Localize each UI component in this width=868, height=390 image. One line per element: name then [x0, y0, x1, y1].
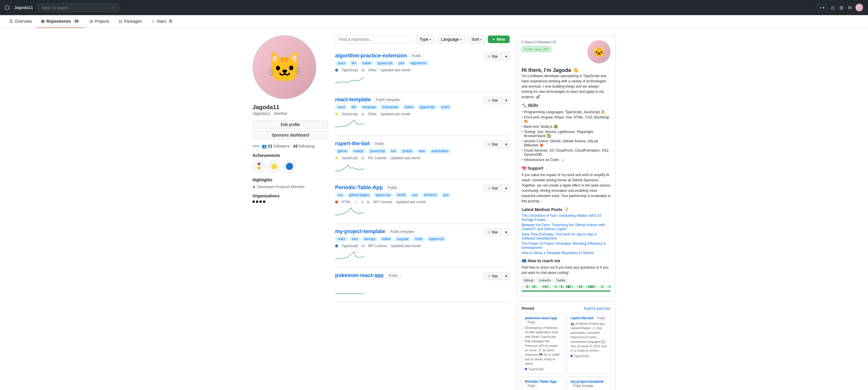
- pinned-repo-name[interactable]: my-project-template: [570, 380, 604, 384]
- star-dropdown-button[interactable]: ▾: [503, 184, 509, 192]
- star-button[interactable]: ☆ Star: [484, 184, 502, 192]
- new-repository-button[interactable]: + New: [488, 35, 509, 43]
- repo-tag[interactable]: react: [335, 236, 348, 242]
- star-dropdown-button[interactable]: ▾: [503, 229, 509, 236]
- sort-dropdown-button[interactable]: Sort ▾: [468, 35, 486, 43]
- repo-tag[interactable]: vue: [409, 192, 420, 198]
- repo-tag[interactable]: typescript: [427, 236, 446, 242]
- lang-dot-icon: [570, 355, 573, 357]
- repo-tag[interactable]: algorithms: [408, 61, 429, 66]
- type-dropdown-button[interactable]: Type ▾: [416, 35, 435, 43]
- org-icon-2[interactable]: [256, 201, 258, 203]
- repo-tag[interactable]: typescript: [375, 61, 395, 66]
- sponsors-dashboard-button[interactable]: Sponsors dashboard: [252, 131, 328, 139]
- edit-profile-button[interactable]: Edit profile: [252, 120, 328, 129]
- repo-tag[interactable]: nodejs: [351, 148, 366, 154]
- tab-projects[interactable]: ⊟ Projects: [85, 16, 114, 28]
- repo-tag[interactable]: react: [335, 104, 348, 110]
- notifications-icon[interactable]: ✉: [847, 4, 853, 12]
- repo-tag[interactable]: github-pages: [347, 192, 371, 198]
- medium-link[interactable]: The Power of Project Templates: Boosting…: [522, 242, 611, 250]
- star-button[interactable]: ☆ Star: [484, 53, 502, 60]
- followers-count[interactable]: 21: [268, 144, 273, 148]
- repo-tag[interactable]: react: [335, 61, 348, 66]
- repo-tag[interactable]: aws: [416, 148, 427, 154]
- achievement-badge-3[interactable]: 🔵: [283, 160, 296, 173]
- repo-tag[interactable]: automation: [429, 148, 451, 154]
- github-social-badge[interactable]: GitHub: [522, 278, 535, 283]
- pull-requests-icon[interactable]: ⊞: [838, 4, 844, 12]
- repo-tag[interactable]: github: [335, 148, 349, 154]
- repo-tag[interactable]: html5: [395, 192, 408, 198]
- org-icon-4[interactable]: [263, 201, 265, 203]
- star-dropdown-button[interactable]: ▾: [503, 97, 509, 104]
- medium-link[interactable]: Between the Fens: Traversing the GitHub …: [522, 223, 611, 231]
- repo-name-link[interactable]: Periodic-Table-App: [335, 184, 383, 191]
- twitter-social-badge[interactable]: Twitter: [554, 278, 567, 283]
- repo-tag[interactable]: boilerplate: [380, 104, 401, 110]
- star-button[interactable]: ☆ Star: [484, 141, 502, 148]
- medium-link[interactable]: Save Time Everyday: Five tools for day-t…: [522, 232, 611, 240]
- repo-tag[interactable]: typescript: [373, 192, 393, 198]
- repo-actions: ☆ Star ▾: [484, 229, 509, 236]
- repo-tag[interactable]: lint: [349, 61, 359, 66]
- org-icon-1[interactable]: [252, 201, 255, 203]
- tab-overview[interactable]: ☰ Overview: [5, 16, 36, 28]
- repo-tag[interactable]: css: [335, 192, 345, 198]
- contribution-cell: [566, 285, 567, 288]
- repo-tag[interactable]: probot: [400, 148, 414, 154]
- repo-tag[interactable]: babel: [380, 236, 393, 242]
- repo-tags: reactawsdevopsbabelangularnodetypescript: [335, 236, 479, 242]
- repo-tag[interactable]: typescript: [417, 104, 437, 110]
- repo-tag[interactable]: babel: [402, 104, 415, 110]
- repo-tag[interactable]: eslint: [439, 104, 452, 110]
- nav-search-bar[interactable]: Type / to search /: [38, 3, 119, 12]
- repo-tag[interactable]: aws: [349, 236, 360, 242]
- star-button[interactable]: ☆ Star: [484, 229, 502, 236]
- pinned-repo-name[interactable]: pokemon-react-app: [525, 316, 557, 320]
- following-count[interactable]: 43: [293, 144, 298, 148]
- repo-name-link[interactable]: my-project-template: [335, 229, 385, 235]
- avatar-small[interactable]: [855, 3, 863, 12]
- linkedin-social-badge[interactable]: LinkedIn: [537, 278, 553, 283]
- repo-name-link[interactable]: pokemon-react-app: [335, 272, 384, 278]
- star-dropdown-button[interactable]: ▾: [503, 53, 509, 60]
- pinned-repo-name[interactable]: Periodic-Table-App: [525, 380, 556, 384]
- repo-toolbar: Type ▾ Language ▾ Sort ▾ + New: [335, 35, 509, 43]
- medium-link[interactable]: The Chronicles of Yarn: Unraveling Hidde…: [522, 214, 611, 222]
- repo-tag[interactable]: angular: [395, 236, 411, 242]
- repo-name-link[interactable]: rupert-the-bot: [335, 141, 370, 147]
- tab-packages[interactable]: ⊡ Packages: [114, 16, 146, 28]
- create-new-button[interactable]: + ▾: [817, 4, 827, 11]
- repo-name-link[interactable]: react-template: [335, 97, 371, 103]
- star-dropdown-button[interactable]: ▾: [503, 141, 509, 148]
- explore-past-pins-link[interactable]: Explore past pins: [584, 306, 611, 310]
- repo-tag[interactable]: babel: [360, 61, 373, 66]
- star-button[interactable]: ☆ Star: [484, 272, 502, 280]
- repo-tag[interactable]: jest: [441, 192, 451, 198]
- star-dropdown-button[interactable]: ▾: [503, 272, 509, 280]
- issues-icon[interactable]: ◷: [830, 4, 836, 12]
- overview-icon: ☰: [9, 19, 13, 24]
- achievement-badge-1[interactable]: 🎖️: [252, 160, 265, 173]
- tab-stars[interactable]: ☆ Stars 5: [147, 15, 178, 28]
- language-dropdown-button[interactable]: Language ▾: [437, 35, 465, 43]
- repo-tags: reactlintbabeltypescriptjestalgorithms: [335, 61, 479, 66]
- repo-tag[interactable]: javascript: [368, 148, 387, 154]
- repo-tag[interactable]: jest: [397, 61, 407, 66]
- repo-tag[interactable]: frontend: [422, 192, 439, 198]
- repo-tag[interactable]: bot: [389, 148, 399, 154]
- repo-tag[interactable]: lint: [349, 104, 359, 110]
- repo-tag[interactable]: node: [412, 236, 425, 242]
- achievement-badge-2[interactable]: 🌟: [268, 160, 280, 173]
- star-button[interactable]: ☆ Star: [484, 97, 502, 104]
- find-repository-input[interactable]: [335, 35, 414, 43]
- contribution-cell: [557, 285, 558, 288]
- medium-link[interactable]: How to Setup a Template Repository in Gi…: [522, 251, 611, 255]
- repo-name-link[interactable]: algorithm-practice-extension: [335, 53, 407, 59]
- tab-repositories[interactable]: ⊞ Repositories 29: [36, 15, 85, 28]
- repo-tag[interactable]: devops: [362, 236, 378, 242]
- org-icon-3[interactable]: [259, 201, 262, 203]
- pinned-repo-name[interactable]: rupert-the-bot: [570, 316, 593, 320]
- repo-tag[interactable]: template: [360, 104, 378, 110]
